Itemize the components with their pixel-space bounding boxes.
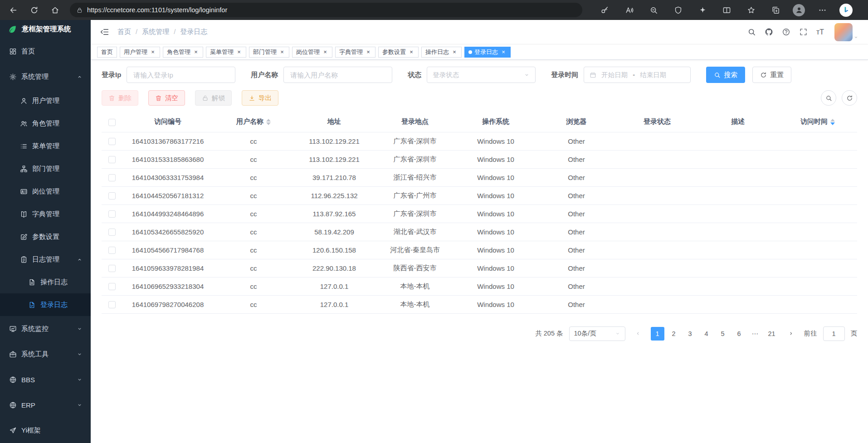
- tab-dict-mgmt[interactable]: 字典管理: [335, 47, 375, 58]
- row-checkbox[interactable]: [108, 192, 116, 200]
- row-checkbox[interactable]: [108, 156, 116, 163]
- sidebar-item-system-tools[interactable]: 系统工具: [0, 341, 91, 367]
- sidebar-item-user-mgmt[interactable]: 用户管理: [0, 89, 91, 112]
- reset-button[interactable]: 重置: [752, 67, 791, 83]
- sidebar-item-system-monitor[interactable]: 系统监控: [0, 316, 91, 341]
- user-name-input[interactable]: [283, 67, 392, 83]
- page-number-button[interactable]: 21: [765, 327, 779, 341]
- menu-fold-icon[interactable]: [100, 27, 109, 37]
- sidebar-item-erp[interactable]: ERP: [0, 392, 91, 418]
- prev-page-button[interactable]: [631, 327, 645, 341]
- next-page-button[interactable]: [785, 327, 798, 341]
- status-select[interactable]: 登录状态: [427, 67, 536, 83]
- close-icon[interactable]: [451, 49, 458, 55]
- column-os[interactable]: 操作系统: [455, 112, 536, 132]
- sidebar-item-login-log[interactable]: 登录日志: [0, 293, 91, 316]
- sidebar-item-role-mgmt[interactable]: 角色管理: [0, 112, 91, 135]
- delete-button[interactable]: 删除: [102, 90, 138, 106]
- sidebar-item-yi-framework[interactable]: Yi框架: [0, 418, 91, 443]
- tab-post-mgmt[interactable]: 岗位管理: [292, 47, 332, 58]
- close-icon[interactable]: [322, 49, 328, 55]
- sparkle-icon[interactable]: [695, 3, 710, 17]
- close-icon[interactable]: [150, 49, 156, 55]
- table-refresh-button[interactable]: [842, 90, 857, 106]
- split-screen-icon[interactable]: [720, 3, 734, 17]
- browser-profile-avatar[interactable]: [793, 4, 805, 16]
- help-icon[interactable]: [782, 28, 790, 36]
- row-checkbox[interactable]: [108, 210, 116, 218]
- row-checkbox[interactable]: [108, 229, 116, 236]
- browser-refresh-button[interactable]: [26, 2, 42, 18]
- column-time[interactable]: 访问时间: [778, 112, 857, 132]
- sidebar-item-dict-mgmt[interactable]: 字典管理: [0, 203, 91, 225]
- sidebar-item-operation-log[interactable]: 操作日志: [0, 271, 91, 293]
- browser-back-button[interactable]: [5, 2, 21, 18]
- page-number-button[interactable]: ⋯: [749, 327, 762, 341]
- login-ip-input[interactable]: [127, 67, 235, 83]
- tab-user-mgmt[interactable]: 用户管理: [120, 47, 160, 58]
- page-number-button[interactable]: 1: [651, 327, 664, 341]
- tab-home[interactable]: 首页: [97, 47, 117, 58]
- bing-icon[interactable]: [839, 4, 853, 17]
- search-button[interactable]: 搜索: [706, 67, 745, 83]
- page-number-button[interactable]: 2: [667, 327, 681, 341]
- close-icon[interactable]: [236, 49, 242, 55]
- password-key-icon[interactable]: [598, 3, 612, 17]
- favorites-star-icon[interactable]: [744, 3, 759, 17]
- font-size-icon[interactable]: тT: [816, 28, 824, 36]
- tab-operation-log[interactable]: 操作日志: [421, 47, 462, 58]
- sidebar-item-post-mgmt[interactable]: 岗位管理: [0, 180, 91, 203]
- shield-icon[interactable]: [671, 3, 685, 17]
- clear-button[interactable]: 清空: [148, 90, 185, 106]
- row-checkbox[interactable]: [108, 247, 116, 254]
- sidebar-item-dept-mgmt[interactable]: 部门管理: [0, 157, 91, 180]
- browser-home-button[interactable]: [47, 2, 63, 18]
- column-id[interactable]: 访问编号: [122, 112, 213, 132]
- select-all-checkbox[interactable]: [108, 119, 116, 126]
- sort-carets-icon[interactable]: [830, 119, 835, 125]
- sidebar-item-system-mgmt[interactable]: 系统管理: [0, 64, 91, 89]
- sidebar-item-param-settings[interactable]: 参数设置: [0, 225, 91, 248]
- jump-page-input[interactable]: [823, 326, 845, 341]
- zoom-out-icon[interactable]: [646, 3, 661, 17]
- row-checkbox[interactable]: [108, 174, 116, 181]
- fullscreen-icon[interactable]: [799, 28, 808, 36]
- page-number-button[interactable]: 5: [716, 327, 730, 341]
- read-aloud-icon[interactable]: [622, 3, 637, 17]
- page-size-select[interactable]: 10条/页: [569, 326, 625, 341]
- row-checkbox[interactable]: [108, 283, 116, 290]
- column-location[interactable]: 登录地点: [375, 112, 455, 132]
- header-search-icon[interactable]: [747, 28, 756, 36]
- breadcrumb-item[interactable]: 首页: [117, 28, 131, 36]
- collections-icon[interactable]: [769, 3, 783, 17]
- close-icon[interactable]: [408, 49, 414, 55]
- row-checkbox[interactable]: [108, 265, 116, 272]
- close-icon[interactable]: [279, 49, 285, 55]
- page-number-button[interactable]: 4: [700, 327, 713, 341]
- sidebar-item-log-mgmt[interactable]: 日志管理: [0, 248, 91, 271]
- sort-carets-icon[interactable]: [266, 119, 271, 125]
- row-checkbox[interactable]: [108, 138, 116, 145]
- close-icon[interactable]: [193, 49, 199, 55]
- user-avatar[interactable]: [834, 23, 853, 41]
- tab-param-settings[interactable]: 参数设置: [378, 47, 419, 58]
- close-icon[interactable]: [500, 49, 507, 55]
- sidebar-item-bbs[interactable]: BBS: [0, 367, 91, 392]
- column-status[interactable]: 登录状态: [617, 112, 697, 132]
- table-search-button[interactable]: [821, 90, 836, 106]
- breadcrumb-item[interactable]: 登录日志: [169, 28, 207, 36]
- tab-dept-mgmt[interactable]: 部门管理: [249, 47, 289, 58]
- tab-role-mgmt[interactable]: 角色管理: [163, 47, 203, 58]
- column-description[interactable]: 描述: [697, 112, 778, 132]
- page-number-button[interactable]: 6: [732, 327, 746, 341]
- github-icon[interactable]: [765, 28, 773, 36]
- sidebar-item-menu-mgmt[interactable]: 菜单管理: [0, 135, 91, 157]
- tab-login-log[interactable]: 登录日志: [464, 47, 511, 58]
- more-menu-icon[interactable]: [815, 3, 829, 17]
- avatar-image[interactable]: [834, 23, 853, 41]
- close-icon[interactable]: [365, 49, 371, 55]
- export-button[interactable]: 导出: [242, 90, 278, 106]
- page-number-button[interactable]: 3: [683, 327, 697, 341]
- address-bar[interactable]: https://ccnetcore.com:1101/system/log/lo…: [70, 3, 582, 17]
- column-user[interactable]: 用户名称: [213, 112, 294, 132]
